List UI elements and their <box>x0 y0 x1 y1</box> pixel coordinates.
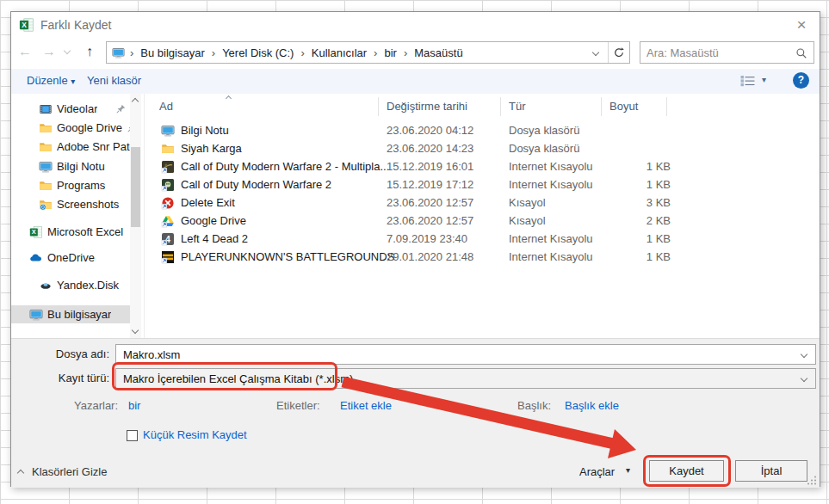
file-size: 1 KB <box>605 232 671 245</box>
refresh-icon <box>613 46 625 58</box>
resize-grip[interactable] <box>807 475 817 485</box>
new-folder-button[interactable]: Yeni klasör <box>87 74 141 87</box>
sort-ascending-icon <box>226 95 232 101</box>
excel-icon: X <box>29 225 43 239</box>
column-header-type[interactable]: Tür <box>509 94 526 119</box>
breadcrumb-separator-icon: › <box>399 46 412 59</box>
save-type-combobox[interactable]: Makro İçerebilen Excel Çalışma Kitabı (*… <box>115 368 816 389</box>
sidebar-item-screenshots[interactable]: Screenshots <box>11 195 130 213</box>
address-bar[interactable]: ›Bu bilgisayar›Yerel Disk (C:)›Kullanıcı… <box>106 41 630 64</box>
organize-caret-icon: ▾ <box>71 77 75 86</box>
cancel-button[interactable]: İptal <box>735 460 807 482</box>
breadcrumb-item[interactable]: Bu bilgisayar <box>139 46 206 59</box>
excel-grid-background: X Farklı Kaydet × ← → ↑ ›Bu bilgisayar›Y… <box>0 0 829 504</box>
folder-icon <box>39 140 53 154</box>
yandex-icon <box>39 279 53 292</box>
authors-label: Yazarlar: <box>74 399 118 412</box>
file-name-dropdown-icon[interactable] <box>801 351 807 358</box>
folder-icon <box>161 142 175 156</box>
tools-menu[interactable]: Araçlar <box>579 465 615 478</box>
sidebar-item-adobe-snr-patch[interactable]: Adobe Snr Patch <box>11 138 130 156</box>
file-date: 23.06.2020 12:57 <box>387 214 473 227</box>
scrollbar-thumb[interactable] <box>131 147 140 227</box>
breadcrumb-item[interactable]: Yerel Disk (C:) <box>220 46 295 59</box>
forward-button[interactable]: → <box>40 44 59 59</box>
file-date: 23.06.2020 04:12 <box>387 124 473 137</box>
file-type: Dosya klasörü <box>509 142 579 155</box>
authors-value[interactable]: bir <box>128 399 140 412</box>
l4d2-icon: 4 <box>161 232 175 246</box>
view-mode-button[interactable] <box>739 74 757 88</box>
save-thumbnail-checkbox[interactable] <box>127 430 138 441</box>
sidebar-item-bilgi-notu[interactable]: Bilgi Notu <box>11 157 130 175</box>
save-button[interactable]: Kaydet <box>649 460 724 482</box>
column-header-size[interactable]: Boyut <box>609 94 638 119</box>
organize-menu[interactable]: Düzenle ▾ <box>27 74 75 87</box>
search-input[interactable] <box>646 45 789 60</box>
file-size: 1 KB <box>605 160 671 173</box>
file-name: Left 4 Dead 2 <box>181 232 248 245</box>
file-row[interactable]: Google Drive23.06.2020 12:57Kısayol2 KB <box>145 212 816 230</box>
sidebar-item-yandex-disk[interactable]: Yandex.Disk <box>11 276 130 294</box>
file-name: Bilgi Notu <box>181 124 229 137</box>
cod1-icon <box>161 160 175 174</box>
up-button[interactable]: ↑ <box>80 44 99 59</box>
scroll-down-icon[interactable] <box>132 327 139 334</box>
file-name-label: Dosya adı: <box>11 347 109 360</box>
file-name-input[interactable] <box>123 347 786 362</box>
videos-icon <box>39 102 53 116</box>
sidebar-item-bu-bilgisayar[interactable]: Bu bilgisayar <box>11 305 130 323</box>
hide-folders-button[interactable]: Klasörleri Gizle <box>32 465 107 478</box>
file-row[interactable]: Call of Duty Modern Warfare 215.12.2019 … <box>145 176 816 194</box>
file-row[interactable]: PLAYERUNKNOWN'S BATTLEGROUNDS29.01.2020 … <box>145 249 816 267</box>
file-name: Delete Exit <box>181 196 235 209</box>
tools-caret-icon[interactable]: ▾ <box>626 465 630 475</box>
file-type: Internet Kısayolu <box>509 232 593 245</box>
onedrive-icon <box>29 251 43 265</box>
folder-sync-icon <box>39 198 53 212</box>
close-button[interactable]: × <box>790 15 813 35</box>
history-caret-icon[interactable] <box>64 47 71 54</box>
save-type-dropdown-icon[interactable] <box>801 375 807 382</box>
scroll-up-icon[interactable] <box>132 98 139 105</box>
file-row[interactable]: Delete Exit23.06.2020 12:57Kısayol3 KB <box>145 194 816 212</box>
file-row[interactable]: 4Left 4 Dead 27.09.2019 23:40Internet Kı… <box>145 230 816 249</box>
back-button[interactable]: ← <box>15 44 34 59</box>
sidebar-item-microsoft-excel[interactable]: XMicrosoft Excel <box>11 223 130 241</box>
refresh-button[interactable] <box>608 42 629 63</box>
file-name: Siyah Karga <box>181 142 242 155</box>
breadcrumb-item[interactable]: Kullanıcılar <box>310 46 368 59</box>
sidebar-scrollbar[interactable] <box>130 94 141 338</box>
file-row[interactable]: Siyah Karga23.06.2020 14:23Dosya klasörü <box>145 140 816 158</box>
file-row[interactable]: Bilgi Notu23.06.2020 04:12Dosya klasörü <box>145 122 816 140</box>
file-name-combobox[interactable] <box>115 344 816 365</box>
file-row[interactable]: Call of Duty Modern Warfare 2 - Multipla… <box>145 158 816 176</box>
file-date: 15.12.2019 16:01 <box>387 160 473 173</box>
view-mode-caret-icon[interactable]: ▾ <box>762 75 766 84</box>
file-date: 29.01.2020 21:48 <box>387 250 473 263</box>
file-date: 23.06.2020 12:57 <box>387 196 473 209</box>
add-tag-link[interactable]: Etiket ekle <box>340 399 392 412</box>
address-dropdown-icon[interactable] <box>592 49 599 56</box>
location-computer-icon <box>112 46 125 59</box>
sidebar-item-onedrive[interactable]: OneDrive <box>11 249 130 267</box>
sidebar-item-videolar[interactable]: Videolar <box>11 100 130 118</box>
sidebar-item-label: Programs <box>57 179 105 192</box>
column-header-name[interactable]: Ad <box>159 94 173 119</box>
sidebar-item-label: Google Drive <box>57 121 122 134</box>
column-header-date[interactable]: Değiştirme tarihi <box>387 94 467 119</box>
file-type: Kısayol <box>509 214 546 227</box>
add-title-link[interactable]: Başlık ekle <box>565 399 619 412</box>
breadcrumb-item[interactable]: Masaüstü <box>412 46 464 59</box>
pane-separator <box>144 94 145 338</box>
file-date: 7.09.2019 23:40 <box>387 232 467 245</box>
sidebar-item-label: Yandex.Disk <box>57 279 119 292</box>
help-button[interactable]: ? <box>793 72 809 89</box>
breadcrumb-separator-icon: › <box>295 46 309 59</box>
folder-icon <box>39 179 53 193</box>
breadcrumb-item[interactable]: bir <box>382 46 398 59</box>
sidebar-item-google-drive[interactable]: Google Drive <box>11 119 130 137</box>
save-thumbnail-label[interactable]: Küçük Resim Kaydet <box>143 428 247 441</box>
search-icon <box>795 47 807 59</box>
sidebar-item-programs[interactable]: Programs <box>11 176 130 194</box>
